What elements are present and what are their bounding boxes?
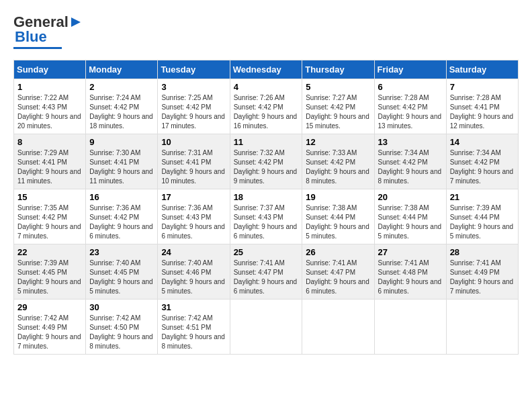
calendar-cell	[446, 300, 518, 355]
day-info: Sunrise: 7:37 AMSunset: 4:43 PMDaylight:…	[234, 203, 299, 241]
calendar-cell: 1 Sunrise: 7:22 AMSunset: 4:43 PMDayligh…	[14, 79, 86, 134]
day-number: 21	[450, 192, 515, 202]
day-number: 14	[450, 137, 515, 147]
calendar-cell: 13 Sunrise: 7:34 AMSunset: 4:42 PMDaylig…	[374, 134, 446, 189]
calendar-cell: 24 Sunrise: 7:40 AMSunset: 4:46 PMDaylig…	[158, 244, 230, 300]
calendar-cell: 15 Sunrise: 7:35 AMSunset: 4:42 PMDaylig…	[14, 189, 86, 244]
day-number: 15	[17, 192, 82, 202]
day-number: 9	[89, 137, 154, 147]
calendar-cell: 27 Sunrise: 7:41 AMSunset: 4:48 PMDaylig…	[374, 244, 446, 300]
logo-underline	[13, 47, 62, 49]
calendar-cell: 21 Sunrise: 7:39 AMSunset: 4:44 PMDaylig…	[446, 189, 518, 244]
calendar-week-2: 8 Sunrise: 7:29 AMSunset: 4:41 PMDayligh…	[14, 134, 519, 189]
day-info: Sunrise: 7:42 AMSunset: 4:50 PMDaylight:…	[89, 314, 154, 351]
calendar-cell: 14 Sunrise: 7:34 AMSunset: 4:42 PMDaylig…	[446, 134, 518, 189]
day-info: Sunrise: 7:42 AMSunset: 4:49 PMDaylight:…	[17, 314, 82, 351]
logo-arrow-icon	[69, 15, 83, 30]
calendar-cell: 22 Sunrise: 7:39 AMSunset: 4:45 PMDaylig…	[14, 244, 86, 300]
calendar-cell: 16 Sunrise: 7:36 AMSunset: 4:42 PMDaylig…	[86, 189, 158, 244]
day-header-saturday: Saturday	[446, 60, 518, 79]
calendar-cell: 28 Sunrise: 7:41 AMSunset: 4:49 PMDaylig…	[446, 244, 518, 300]
day-info: Sunrise: 7:29 AMSunset: 4:41 PMDaylight:…	[17, 148, 82, 186]
day-info: Sunrise: 7:41 AMSunset: 4:49 PMDaylight:…	[450, 259, 515, 296]
calendar-cell: 19 Sunrise: 7:38 AMSunset: 4:44 PMDaylig…	[302, 189, 374, 244]
day-info: Sunrise: 7:41 AMSunset: 4:47 PMDaylight:…	[234, 259, 299, 296]
day-header-wednesday: Wednesday	[230, 60, 302, 79]
calendar-cell: 11 Sunrise: 7:32 AMSunset: 4:42 PMDaylig…	[230, 134, 302, 189]
day-number: 4	[234, 82, 299, 92]
day-number: 10	[161, 137, 226, 147]
day-info: Sunrise: 7:41 AMSunset: 4:47 PMDaylight:…	[306, 259, 370, 296]
day-number: 28	[450, 247, 515, 257]
calendar-cell: 30 Sunrise: 7:42 AMSunset: 4:50 PMDaylig…	[86, 300, 158, 355]
day-info: Sunrise: 7:30 AMSunset: 4:41 PMDaylight:…	[89, 148, 154, 186]
calendar-cell: 3 Sunrise: 7:25 AMSunset: 4:42 PMDayligh…	[158, 79, 230, 134]
day-number: 1	[17, 82, 82, 92]
day-header-sunday: Sunday	[14, 60, 86, 79]
day-info: Sunrise: 7:32 AMSunset: 4:42 PMDaylight:…	[234, 148, 299, 186]
day-number: 18	[234, 192, 299, 202]
day-number: 7	[450, 82, 515, 92]
calendar-week-1: 1 Sunrise: 7:22 AMSunset: 4:43 PMDayligh…	[14, 79, 519, 134]
calendar-cell: 7 Sunrise: 7:28 AMSunset: 4:41 PMDayligh…	[446, 79, 518, 134]
day-info: Sunrise: 7:33 AMSunset: 4:42 PMDaylight:…	[306, 148, 370, 186]
calendar-cell	[302, 300, 374, 355]
logo: General Blue	[13, 13, 83, 49]
calendar-cell: 26 Sunrise: 7:41 AMSunset: 4:47 PMDaylig…	[302, 244, 374, 300]
calendar-cell: 23 Sunrise: 7:40 AMSunset: 4:45 PMDaylig…	[86, 244, 158, 300]
day-number: 27	[378, 247, 443, 257]
day-info: Sunrise: 7:28 AMSunset: 4:42 PMDaylight:…	[378, 93, 443, 131]
calendar-week-3: 15 Sunrise: 7:35 AMSunset: 4:42 PMDaylig…	[14, 189, 519, 244]
day-info: Sunrise: 7:22 AMSunset: 4:43 PMDaylight:…	[17, 93, 82, 131]
calendar-cell: 6 Sunrise: 7:28 AMSunset: 4:42 PMDayligh…	[374, 79, 446, 134]
day-number: 13	[378, 137, 443, 147]
day-info: Sunrise: 7:35 AMSunset: 4:42 PMDaylight:…	[17, 203, 82, 241]
day-info: Sunrise: 7:25 AMSunset: 4:42 PMDaylight:…	[161, 93, 226, 131]
calendar-week-4: 22 Sunrise: 7:39 AMSunset: 4:45 PMDaylig…	[14, 244, 519, 300]
calendar-cell: 20 Sunrise: 7:38 AMSunset: 4:44 PMDaylig…	[374, 189, 446, 244]
calendar-cell: 2 Sunrise: 7:24 AMSunset: 4:42 PMDayligh…	[86, 79, 158, 134]
calendar-cell	[230, 300, 302, 355]
calendar-week-5: 29 Sunrise: 7:42 AMSunset: 4:49 PMDaylig…	[14, 300, 519, 355]
day-info: Sunrise: 7:40 AMSunset: 4:46 PMDaylight:…	[161, 259, 226, 296]
day-header-friday: Friday	[374, 60, 446, 79]
day-header-tuesday: Tuesday	[158, 60, 230, 79]
day-number: 6	[378, 82, 443, 92]
calendar-cell: 5 Sunrise: 7:27 AMSunset: 4:42 PMDayligh…	[302, 79, 374, 134]
logo-blue: Blue	[15, 28, 47, 46]
day-info: Sunrise: 7:26 AMSunset: 4:42 PMDaylight:…	[234, 93, 299, 131]
calendar-cell: 25 Sunrise: 7:41 AMSunset: 4:47 PMDaylig…	[230, 244, 302, 300]
day-info: Sunrise: 7:36 AMSunset: 4:43 PMDaylight:…	[161, 203, 226, 241]
day-number: 16	[89, 192, 154, 202]
calendar-cell: 31 Sunrise: 7:42 AMSunset: 4:51 PMDaylig…	[158, 300, 230, 355]
day-info: Sunrise: 7:40 AMSunset: 4:45 PMDaylight:…	[89, 259, 154, 296]
calendar-cell: 10 Sunrise: 7:31 AMSunset: 4:41 PMDaylig…	[158, 134, 230, 189]
page-header: General Blue	[13, 13, 519, 49]
day-info: Sunrise: 7:39 AMSunset: 4:45 PMDaylight:…	[17, 259, 82, 296]
day-number: 2	[89, 82, 154, 92]
day-number: 24	[161, 247, 226, 257]
day-info: Sunrise: 7:38 AMSunset: 4:44 PMDaylight:…	[378, 203, 443, 241]
day-info: Sunrise: 7:28 AMSunset: 4:41 PMDaylight:…	[450, 93, 515, 131]
calendar-cell: 12 Sunrise: 7:33 AMSunset: 4:42 PMDaylig…	[302, 134, 374, 189]
calendar-cell: 17 Sunrise: 7:36 AMSunset: 4:43 PMDaylig…	[158, 189, 230, 244]
day-info: Sunrise: 7:41 AMSunset: 4:48 PMDaylight:…	[378, 259, 443, 296]
day-header-monday: Monday	[86, 60, 158, 79]
day-number: 22	[17, 247, 82, 257]
day-info: Sunrise: 7:27 AMSunset: 4:42 PMDaylight:…	[306, 93, 370, 131]
day-number: 26	[306, 247, 370, 257]
day-info: Sunrise: 7:42 AMSunset: 4:51 PMDaylight:…	[161, 314, 226, 351]
calendar-cell: 29 Sunrise: 7:42 AMSunset: 4:49 PMDaylig…	[14, 300, 86, 355]
day-number: 30	[89, 302, 154, 312]
day-number: 29	[17, 302, 82, 312]
day-info: Sunrise: 7:24 AMSunset: 4:42 PMDaylight:…	[89, 93, 154, 131]
day-number: 31	[161, 302, 226, 312]
header-row: SundayMondayTuesdayWednesdayThursdayFrid…	[14, 60, 519, 79]
calendar-cell: 8 Sunrise: 7:29 AMSunset: 4:41 PMDayligh…	[14, 134, 86, 189]
day-info: Sunrise: 7:34 AMSunset: 4:42 PMDaylight:…	[450, 148, 515, 186]
day-number: 11	[234, 137, 299, 147]
day-number: 5	[306, 82, 370, 92]
day-info: Sunrise: 7:39 AMSunset: 4:44 PMDaylight:…	[450, 203, 515, 241]
day-info: Sunrise: 7:38 AMSunset: 4:44 PMDaylight:…	[306, 203, 370, 241]
day-number: 20	[378, 192, 443, 202]
